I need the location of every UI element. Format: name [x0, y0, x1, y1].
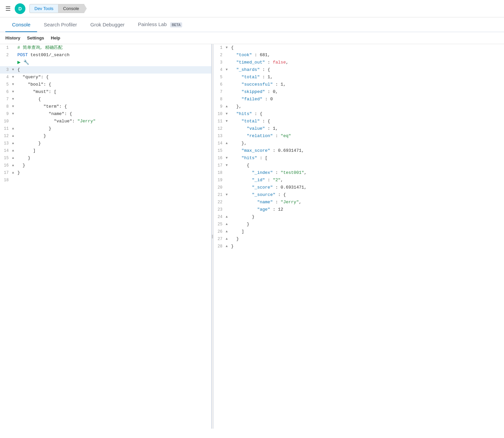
line-content-right-2: "took" : 681,: [230, 51, 504, 59]
fold-arrow-right-21[interactable]: ▼: [226, 191, 230, 199]
line-number-right-24: 24: [214, 213, 226, 221]
fold-arrow-left-11[interactable]: ▲: [12, 125, 17, 132]
right-line-13: 13 "relation" : "eq": [214, 132, 504, 140]
line-content-left-12: }: [17, 132, 211, 140]
code-token: "hits": [242, 155, 257, 160]
fold-arrow-left-6[interactable]: ▼: [12, 88, 17, 96]
code-token: :: [273, 82, 280, 87]
fold-arrow-left-3[interactable]: ▼: [12, 66, 17, 74]
tab-grok-debugger[interactable]: Grok Debugger: [84, 18, 131, 32]
line-content-left-4: "query": {: [17, 74, 211, 81]
fold-arrow-right-9[interactable]: ▲: [226, 103, 230, 110]
code-token: "Jerry": [281, 200, 299, 205]
code-token: :: [265, 178, 273, 183]
right-line-25: 25▲ }: [214, 221, 504, 228]
right-line-1: 1▼{: [214, 44, 504, 51]
code-token: "age": [257, 207, 270, 212]
avatar[interactable]: D: [15, 3, 25, 14]
breadcrumb-console[interactable]: Console: [58, 4, 87, 13]
line-content-right-25: }: [230, 221, 504, 228]
hamburger-icon[interactable]: ☰: [5, 5, 11, 12]
line-number-right-15: 15: [214, 147, 226, 154]
fold-arrow-right-16[interactable]: ▼: [226, 154, 230, 162]
fold-arrow-left-5[interactable]: ▼: [12, 81, 17, 88]
left-line-13: 13▲ }: [0, 140, 211, 147]
fold-arrow-left-15[interactable]: ▲: [12, 154, 17, 162]
fold-arrow-right-28[interactable]: ▲: [226, 243, 230, 250]
right-line-2: 2 "took" : 681,: [214, 51, 504, 59]
line-number-right-5: 5: [214, 74, 226, 81]
fold-arrow-left-8[interactable]: ▼: [12, 103, 17, 110]
line-number-right-25: 25: [214, 221, 226, 228]
code-token: {: [247, 163, 249, 168]
code-token: ,: [268, 52, 270, 58]
left-line-14: 14▲ ]: [0, 147, 211, 154]
fold-arrow-left-12[interactable]: ▲: [12, 132, 17, 140]
line-content-left-5: "bool": {: [17, 81, 211, 88]
line-content-right-21: "_source" : {: [230, 191, 504, 199]
line-number-right-4: 4: [214, 66, 226, 74]
fold-arrow-left-13[interactable]: ▲: [12, 140, 17, 147]
fold-arrow-left-4[interactable]: ▼: [12, 74, 17, 81]
code-token: 1: [273, 126, 275, 131]
fold-arrow-right-24[interactable]: ▲: [226, 213, 230, 221]
code-token: false: [273, 60, 286, 65]
right-line-6: 6 "successful" : 1,: [214, 81, 504, 88]
line-content-left-16: }: [17, 162, 211, 169]
code-token: 0.6931471: [278, 148, 301, 153]
line-number-right-13: 13: [214, 132, 226, 140]
code-token: : [: [257, 155, 267, 160]
top-bar: ☰ D Dev Tools Console: [0, 0, 504, 17]
toolbar-settings[interactable]: Settings: [27, 35, 44, 40]
fold-arrow-right-25[interactable]: ▲: [226, 221, 230, 228]
code-token: }: [231, 104, 239, 109]
fold-arrow-left-9[interactable]: ▼: [12, 110, 17, 118]
code-token: "relation": [247, 133, 273, 138]
fold-arrow-right-11[interactable]: ▼: [226, 118, 230, 125]
fold-arrow-right-10[interactable]: ▼: [226, 110, 230, 118]
line-number-right-20: 20: [214, 184, 226, 191]
fold-arrow-left-17[interactable]: ▲: [12, 169, 17, 177]
code-token: :: [270, 148, 278, 153]
line-content-right-13: "relation" : "eq": [230, 132, 504, 140]
fold-arrow-left-16[interactable]: ▲: [12, 162, 17, 169]
left-line-5: 5▼ "bool": {: [0, 81, 211, 88]
code-token: :: [265, 126, 273, 131]
line-content-left-11: }: [17, 125, 211, 132]
line-number-left-13: 13: [0, 140, 12, 147]
line-number-right-22: 22: [214, 199, 226, 206]
fold-arrow-right-4[interactable]: ▼: [226, 66, 230, 74]
breadcrumb-devtools[interactable]: Dev Tools: [29, 4, 58, 13]
code-token: "_id": [252, 178, 265, 183]
code-token: 0: [270, 97, 273, 102]
left-line-1: 1 # 简单查询, 精确匹配: [0, 44, 211, 51]
fold-arrow-right-14[interactable]: ▲: [226, 140, 230, 147]
toolbar-history[interactable]: History: [5, 35, 20, 40]
line-number-right-19: 19: [214, 177, 226, 184]
code-token: ,: [275, 89, 278, 94]
left-line-11: 11▲ }: [0, 125, 211, 132]
left-line-8: 8▼ "term": {: [0, 103, 211, 110]
toolbar-help[interactable]: Help: [51, 35, 60, 40]
code-token: :: [273, 200, 280, 205]
code-token: 12: [278, 207, 283, 212]
fold-arrow-right-27[interactable]: ▲: [226, 235, 230, 243]
code-token: : {: [275, 192, 286, 197]
line-number-left-14: 14: [0, 147, 12, 154]
fold-arrow-right-17[interactable]: ▼: [226, 162, 230, 169]
line-content-right-24: }: [230, 213, 504, 221]
tab-search-profiler[interactable]: Search Profiler: [37, 18, 84, 32]
play-button[interactable]: ▶: [17, 59, 21, 66]
tab-painless-lab[interactable]: Painless Lab BETA: [131, 17, 189, 32]
code-token: ,: [275, 126, 278, 131]
code-token: "timed_out": [236, 60, 265, 65]
tab-console[interactable]: Console: [5, 18, 37, 32]
fold-arrow-left-7[interactable]: ▼: [12, 96, 17, 103]
code-token: : {: [260, 119, 270, 124]
fold-arrow-left-14[interactable]: ▲: [12, 147, 17, 154]
right-line-4: 4▼ "_shards" : {: [214, 66, 504, 74]
code-token: 681: [260, 52, 267, 58]
fold-arrow-right-26[interactable]: ▲: [226, 228, 230, 235]
fold-arrow-right-1[interactable]: ▼: [226, 44, 230, 51]
wrench-button[interactable]: 🔧: [23, 59, 29, 66]
